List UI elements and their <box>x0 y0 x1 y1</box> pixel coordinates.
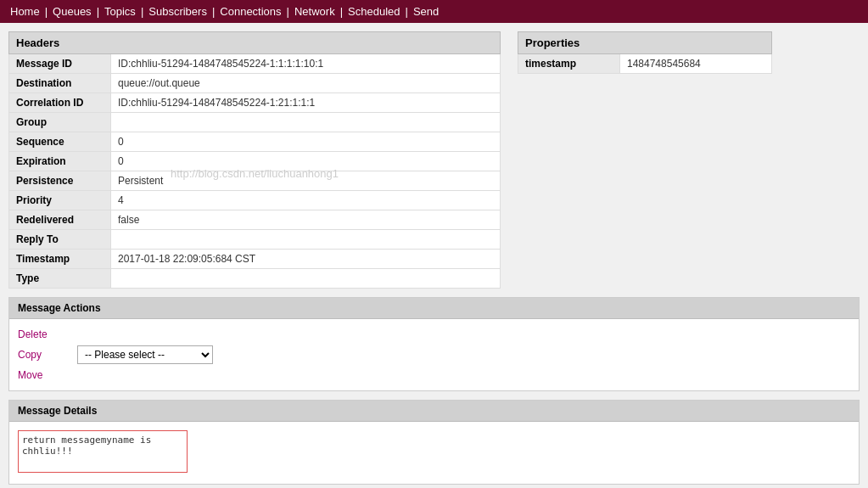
message-actions-header: Message Actions <box>9 298 859 319</box>
header-label: Persistence <box>9 171 111 191</box>
properties-table: Properties timestamp1484748545684 <box>518 31 772 74</box>
header-value: queue://out.queue <box>111 74 501 93</box>
main-content: Headers Message IDID:chhliu-51294-148474… <box>0 23 868 488</box>
nav-separator: | <box>402 5 412 18</box>
nav-item-scheduled[interactable]: Scheduled <box>346 5 401 18</box>
header-label: Timestamp <box>9 250 111 269</box>
header-value: false <box>111 210 501 230</box>
header-label: Priority <box>9 191 111 210</box>
message-details-header: Message Details <box>9 401 859 422</box>
table-row: Expiration0 <box>9 152 501 171</box>
table-row: Sequence0 <box>9 132 501 152</box>
message-actions-section: Message Actions DeleteCopy-- Please sele… <box>8 297 860 391</box>
header-value: 0 <box>111 152 501 171</box>
header-value <box>111 269 501 289</box>
top-section: Headers Message IDID:chhliu-51294-148474… <box>8 31 860 289</box>
header-label: Type <box>9 269 111 289</box>
action-link-move[interactable]: Move <box>18 369 69 381</box>
table-row: Priority4 <box>9 191 501 210</box>
header-value: ID:chhliu-51294-1484748545224-1:21:1:1:1 <box>111 93 501 113</box>
header-value: 4 <box>111 191 501 210</box>
header-label: Reply To <box>9 230 111 250</box>
properties-title: Properties <box>518 32 772 54</box>
nav-separator: | <box>42 5 51 18</box>
property-label: timestamp <box>518 54 620 74</box>
nav-item-subscribers[interactable]: Subscribers <box>147 5 209 18</box>
header-value <box>111 113 501 132</box>
action-row: Delete <box>18 326 850 343</box>
action-select[interactable]: -- Please select -- <box>77 345 213 364</box>
table-row: Timestamp2017-01-18 22:09:05:684 CST <box>9 250 501 269</box>
table-row: Reply To <box>9 230 501 250</box>
header-value: 0 <box>111 132 501 152</box>
header-value: ID:chhliu-51294-1484748545224-1:1:1:1:10… <box>111 54 501 74</box>
header-label: Destination <box>9 74 111 93</box>
nav-item-topics[interactable]: Topics <box>103 5 137 18</box>
header-label: Sequence <box>9 132 111 152</box>
header-label: Message ID <box>9 54 111 74</box>
header-label: Correlation ID <box>9 93 111 113</box>
header-value: Persistent <box>111 171 501 191</box>
action-link-copy[interactable]: Copy <box>18 349 69 361</box>
headers-title: Headers <box>9 32 501 54</box>
headers-container: Headers Message IDID:chhliu-51294-148474… <box>8 31 501 289</box>
table-row: Redeliveredfalse <box>9 210 501 230</box>
table-row: Destinationqueue://out.queue <box>9 74 501 93</box>
header-value <box>111 230 501 250</box>
nav-separator: | <box>137 5 147 18</box>
nav-item-home[interactable]: Home <box>8 5 42 18</box>
action-link-delete[interactable]: Delete <box>18 328 69 340</box>
message-details-section: Message Details <box>8 400 860 485</box>
actions-body: DeleteCopy-- Please select --Move <box>9 319 859 390</box>
table-row: PersistencePersistent <box>9 171 501 191</box>
nav-separator: | <box>93 5 103 18</box>
header-label: Group <box>9 113 111 132</box>
properties-container: Properties timestamp1484748545684 <box>518 31 772 289</box>
action-row: Copy-- Please select -- <box>18 343 850 367</box>
nav-item-network[interactable]: Network <box>293 5 337 18</box>
table-row: Type <box>9 269 501 289</box>
header-label: Redelivered <box>9 210 111 230</box>
header-label: Expiration <box>9 152 111 171</box>
nav-item-send[interactable]: Send <box>412 5 440 18</box>
nav-separator: | <box>209 5 218 18</box>
message-body-textarea[interactable] <box>18 430 188 473</box>
header-value: 2017-01-18 22:09:05:684 CST <box>111 250 501 269</box>
nav-item-queues[interactable]: Queues <box>51 5 93 18</box>
action-row: Move <box>18 367 850 384</box>
nav-item-connections[interactable]: Connections <box>218 5 283 18</box>
details-body <box>9 422 859 484</box>
table-row: timestamp1484748545684 <box>518 54 772 74</box>
table-row: Group <box>9 113 501 132</box>
table-row: Message IDID:chhliu-51294-1484748545224-… <box>9 54 501 74</box>
navbar: Home | Queues | Topics | Subscribers | C… <box>0 0 868 23</box>
property-value: 1484748545684 <box>620 54 772 74</box>
nav-separator: | <box>337 5 346 18</box>
headers-table: Headers Message IDID:chhliu-51294-148474… <box>8 31 501 289</box>
table-row: Correlation IDID:chhliu-51294-1484748545… <box>9 93 501 113</box>
nav-separator: | <box>283 5 293 18</box>
